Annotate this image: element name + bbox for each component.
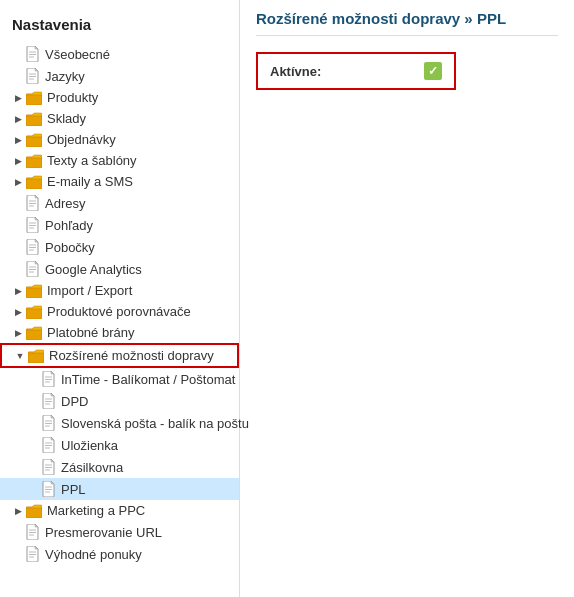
- svg-rect-7: [26, 115, 42, 126]
- sidebar-item-pohlady[interactable]: Pohľady: [0, 214, 239, 236]
- sidebar-item-dpd[interactable]: DPD: [0, 390, 239, 412]
- sidebar-item-emaily-a-sms[interactable]: ▶ E-maily a SMS: [0, 171, 239, 192]
- sidebar-item-pobocky[interactable]: Pobočky: [0, 236, 239, 258]
- sidebar-item-rozsirene-moznosti-dopravy[interactable]: ▼ Rozšírené možnosti dopravy: [0, 343, 239, 368]
- arrow-icon: ▶: [12, 93, 24, 103]
- doc-icon: [26, 546, 40, 562]
- arrow-icon: ▶: [12, 506, 24, 516]
- folder-icon: [26, 91, 42, 105]
- sidebar-item-texty-a-sablony[interactable]: ▶ Texty a šablóny: [0, 150, 239, 171]
- sidebar-item-label: Všeobecné: [45, 47, 110, 62]
- active-field-box: Aktívne:: [256, 52, 456, 90]
- doc-icon: [26, 68, 40, 84]
- doc-icon: [42, 393, 56, 409]
- svg-rect-24: [26, 308, 42, 319]
- sidebar-item-label: E-maily a SMS: [47, 174, 133, 189]
- sidebar-item-label: Jazyky: [45, 69, 85, 84]
- folder-icon: [26, 133, 42, 147]
- sidebar-item-import-export[interactable]: ▶ Import / Export: [0, 280, 239, 301]
- sidebar-item-jazyky[interactable]: Jazyky: [0, 65, 239, 87]
- sidebar-item-label: DPD: [61, 394, 88, 409]
- sidebar-item-ppl[interactable]: PPL: [0, 478, 239, 500]
- doc-icon: [26, 261, 40, 277]
- arrow-icon: ▶: [12, 156, 24, 166]
- sidebar-item-objednavky[interactable]: ▶ Objednávky: [0, 129, 239, 150]
- sidebar-item-vyhodne-ponuky[interactable]: Výhodné ponuky: [0, 543, 239, 565]
- svg-rect-10: [26, 178, 42, 189]
- sidebar: Nastavenia Všeobecné Jazyky▶ Produkty▶ S…: [0, 0, 240, 597]
- sidebar-item-intime[interactable]: InTime - Balíkomat / Poštomat: [0, 368, 239, 390]
- sidebar-item-label: Produktové porovnávače: [47, 304, 191, 319]
- folder-icon: [26, 112, 42, 126]
- sidebar-item-produkty[interactable]: ▶ Produkty: [0, 87, 239, 108]
- active-checkbox[interactable]: [424, 62, 442, 80]
- doc-icon: [42, 459, 56, 475]
- sidebar-item-label: Produkty: [47, 90, 98, 105]
- folder-icon: [26, 504, 42, 518]
- sidebar-item-label: Marketing a PPC: [47, 503, 145, 518]
- sidebar-item-label: Presmerovanie URL: [45, 525, 162, 540]
- arrow-icon: ▶: [12, 307, 24, 317]
- folder-icon: [26, 154, 42, 168]
- folder-icon: [26, 284, 42, 298]
- doc-icon: [26, 217, 40, 233]
- arrow-icon: ▶: [12, 286, 24, 296]
- svg-rect-8: [26, 136, 42, 147]
- doc-icon: [26, 239, 40, 255]
- sidebar-item-label: PPL: [61, 482, 86, 497]
- sidebar-item-platobne-brany[interactable]: ▶ Platobné brány: [0, 322, 239, 343]
- doc-icon: [42, 481, 56, 497]
- main-content: Rozšírené možnosti dopravy » PPL Aktívne…: [240, 0, 574, 597]
- svg-rect-9: [26, 157, 42, 168]
- sidebar-item-label: Pohľady: [45, 218, 93, 233]
- svg-rect-23: [26, 287, 42, 298]
- sidebar-item-label: Google Analytics: [45, 262, 142, 277]
- sidebar-item-label: Rozšírené možnosti dopravy: [49, 348, 214, 363]
- folder-icon: [26, 175, 42, 189]
- sidebar-item-label: Výhodné ponuky: [45, 547, 142, 562]
- arrow-icon: ▶: [12, 135, 24, 145]
- doc-icon: [26, 46, 40, 62]
- sidebar-item-label: Zásilkovna: [61, 460, 123, 475]
- sidebar-item-label: Pobočky: [45, 240, 95, 255]
- sidebar-item-ulozenka[interactable]: Uložienka: [0, 434, 239, 456]
- main-title: Rozšírené možnosti dopravy » PPL: [256, 10, 558, 36]
- svg-rect-26: [28, 352, 44, 363]
- doc-icon: [26, 524, 40, 540]
- arrow-icon: ▼: [14, 351, 26, 361]
- sidebar-item-label: Sklady: [47, 111, 86, 126]
- doc-icon: [26, 195, 40, 211]
- arrow-icon: ▶: [12, 328, 24, 338]
- sidebar-item-label: Uložienka: [61, 438, 118, 453]
- folder-icon: [26, 326, 42, 340]
- sidebar-item-label: Platobné brány: [47, 325, 134, 340]
- sidebar-item-label: Adresy: [45, 196, 85, 211]
- sidebar-item-label: Objednávky: [47, 132, 116, 147]
- svg-rect-6: [26, 94, 42, 105]
- sidebar-item-google-analytics[interactable]: Google Analytics: [0, 258, 239, 280]
- doc-icon: [42, 371, 56, 387]
- sidebar-item-marketing-a-ppc[interactable]: ▶ Marketing a PPC: [0, 500, 239, 521]
- folder-icon: [28, 349, 44, 363]
- arrow-icon: ▶: [12, 114, 24, 124]
- sidebar-item-zasilkovna[interactable]: Zásilkovna: [0, 456, 239, 478]
- arrow-icon: ▶: [12, 177, 24, 187]
- sidebar-item-slovenska-posta[interactable]: Slovenská pošta - balík na poštu: [0, 412, 239, 434]
- svg-rect-45: [26, 507, 42, 518]
- sidebar-item-vseobecne[interactable]: Všeobecné: [0, 43, 239, 65]
- doc-icon: [42, 437, 56, 453]
- sidebar-item-adresy[interactable]: Adresy: [0, 192, 239, 214]
- sidebar-item-produktove-porovnavace[interactable]: ▶ Produktové porovnávače: [0, 301, 239, 322]
- svg-rect-25: [26, 329, 42, 340]
- folder-icon: [26, 305, 42, 319]
- sidebar-title: Nastavenia: [0, 10, 239, 43]
- sidebar-item-label: Slovenská pošta - balík na poštu: [61, 416, 249, 431]
- sidebar-item-sklady[interactable]: ▶ Sklady: [0, 108, 239, 129]
- active-field-label: Aktívne:: [270, 64, 321, 79]
- sidebar-item-label: Import / Export: [47, 283, 132, 298]
- sidebar-item-presmerovanie-url[interactable]: Presmerovanie URL: [0, 521, 239, 543]
- sidebar-item-label: Texty a šablóny: [47, 153, 137, 168]
- doc-icon: [42, 415, 56, 431]
- sidebar-item-label: InTime - Balíkomat / Poštomat: [61, 372, 235, 387]
